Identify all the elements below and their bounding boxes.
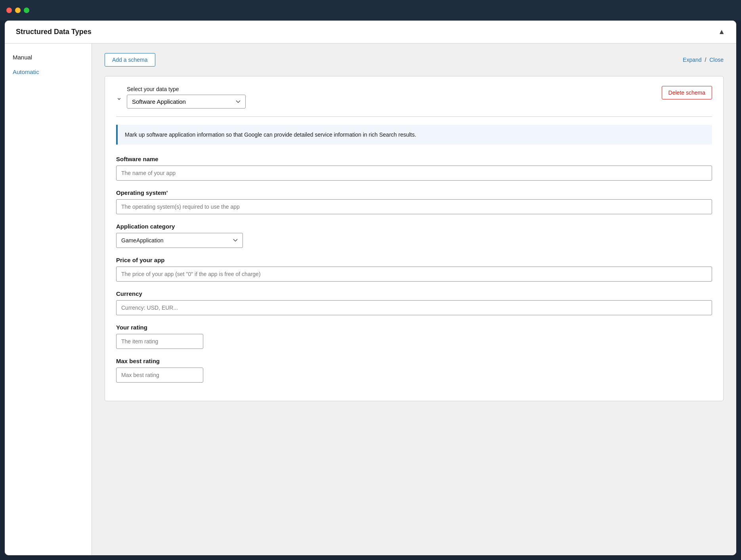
your-rating-input[interactable] [116, 334, 203, 349]
data-type-select[interactable]: Software Application Article Event FAQ H… [127, 95, 246, 109]
toolbar-row: Add a schema Expand / Close [105, 53, 724, 67]
data-type-group: Select your data type Software Applicati… [127, 86, 246, 109]
chevron-down-icon[interactable]: ⌄ [116, 93, 122, 102]
currency-input[interactable] [116, 300, 712, 315]
delete-schema-button[interactable]: Delete schema [662, 86, 712, 99]
traffic-light-green[interactable] [24, 8, 29, 13]
field-label-price: Price of your app [116, 257, 712, 263]
titlebar [0, 0, 741, 21]
divider-line [116, 116, 712, 117]
field-label-application-category: Application category [116, 223, 712, 230]
field-label-software-name: Software name [116, 156, 712, 162]
price-input[interactable] [116, 267, 712, 282]
expand-link[interactable]: Expand [683, 57, 701, 63]
body-layout: Manual Automatic Add a schema Expand / C… [5, 44, 736, 555]
field-group-application-category: Application category GameApplication Bus… [116, 223, 712, 248]
field-group-max-best-rating: Max best rating [116, 358, 712, 383]
max-best-rating-input[interactable] [116, 368, 203, 383]
expand-close-links: Expand / Close [683, 57, 724, 63]
window-title: Structured Data Types [16, 28, 92, 36]
window: Structured Data Types ▲ Manual Automatic… [5, 21, 736, 555]
info-text: Mark up software application information… [125, 131, 416, 138]
traffic-lights [6, 8, 29, 13]
traffic-light-red[interactable] [6, 8, 12, 13]
field-group-software-name: Software name [116, 156, 712, 181]
add-schema-button[interactable]: Add a schema [105, 53, 155, 67]
field-label-max-best-rating: Max best rating [116, 358, 712, 364]
field-group-your-rating: Your rating [116, 324, 712, 349]
operating-system-input[interactable] [116, 199, 712, 214]
traffic-light-yellow[interactable] [15, 8, 21, 13]
info-box: Mark up software application information… [116, 125, 712, 145]
field-label-currency: Currency [116, 290, 712, 297]
sidebar-item-automatic[interactable]: Automatic [5, 65, 92, 79]
sidebar: Manual Automatic [5, 44, 92, 555]
close-link[interactable]: Close [709, 57, 724, 63]
application-category-select[interactable]: GameApplication BusinessApplication Educ… [116, 233, 243, 248]
field-group-price: Price of your app [116, 257, 712, 282]
field-label-your-rating: Your rating [116, 324, 712, 331]
field-group-currency: Currency [116, 290, 712, 315]
field-group-operating-system: Operating system' [116, 189, 712, 214]
window-collapse-button[interactable]: ▲ [718, 28, 725, 36]
data-type-label: Select your data type [127, 86, 246, 92]
content-area: Add a schema Expand / Close ⌄ Select you… [92, 44, 736, 555]
window-header: Structured Data Types ▲ [5, 21, 736, 44]
sidebar-item-manual[interactable]: Manual [5, 50, 92, 65]
divider: / [705, 57, 706, 63]
software-name-input[interactable] [116, 166, 712, 181]
schema-header-row: ⌄ Select your data type Software Applica… [116, 86, 712, 109]
field-label-operating-system: Operating system' [116, 189, 712, 196]
schema-left: ⌄ Select your data type Software Applica… [116, 86, 246, 109]
schema-container: ⌄ Select your data type Software Applica… [105, 76, 724, 401]
